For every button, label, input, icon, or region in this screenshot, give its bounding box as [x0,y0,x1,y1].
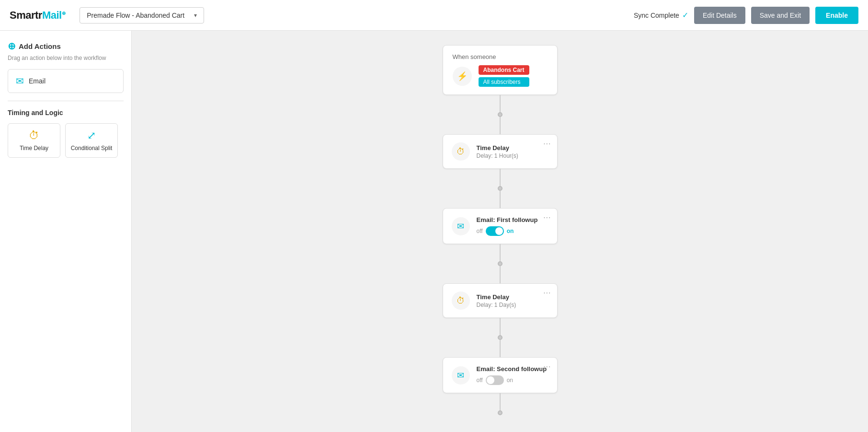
stopwatch-icon-1: ⏱ [457,147,465,157]
stopwatch-icon: ⏱ [29,129,39,142]
toggle-row-1: off on [477,226,538,236]
toggle-knob-2 [487,376,494,384]
logo: SmartrMail⊕ [10,9,65,22]
node-more-button-2[interactable]: ··· [543,213,551,222]
toggle-off-label-1: off [477,228,483,234]
lightning-icon: ⚡ [457,71,468,82]
connector-line-2 [500,169,501,186]
node-icon-wrap-2: ✉ [452,217,470,235]
email-label: Email [29,77,46,85]
email-node-2[interactable]: ··· ✉ Email: Second followup off on [443,357,558,393]
add-circle-icon: ⊕ [8,40,16,52]
mail-icon-1: ✉ [457,221,464,232]
email-node-title-2: Email: Second followup [477,365,547,373]
enable-button[interactable]: Enable [815,7,858,24]
header: SmartrMail⊕ Premade Flow - Abandoned Car… [0,0,868,31]
node-more-button-1[interactable]: ··· [543,140,551,148]
flow-selector[interactable]: Premade Flow - Abandoned Cart ▾ [80,7,204,23]
connector-line-3 [500,244,501,261]
time-delay-action-card[interactable]: ⏱ Time Delay [8,123,60,158]
add-actions-subtitle: Drag an action below into the workflow [8,55,124,61]
stopwatch-icon-2: ⏱ [457,296,465,306]
email-node-title-1: Email: First followup [477,216,538,223]
time-delay-subtitle-1: Delay: 1 Hour(s) [477,152,518,159]
toggle-on-label-2: on [507,377,513,384]
node-text-2: Time Delay Delay: 1 Day(s) [477,293,516,308]
email-action-card[interactable]: ✉ Email [8,69,124,93]
main-layout: ⊕ Add Actions Drag an action below into … [0,31,868,432]
connector-line-2b [500,191,501,208]
timing-logic-title: Timing and Logic [8,109,124,117]
trigger-icon-wrap: ⚡ [453,67,472,86]
connector-dot-2 [498,186,503,191]
connector-dot-5 [498,410,503,415]
toggle-row-2: off on [477,375,547,385]
mail-icon-2: ✉ [457,370,464,381]
node-body-2: ⏱ Time Delay Delay: 1 Day(s) [452,292,548,310]
time-delay-title-1: Time Delay [477,144,518,152]
workflow-column: When someone ⚡ Abandons Cart All subscri… [160,45,839,415]
all-subscribers-tag: All subscribers [479,77,529,87]
node-more-button-4[interactable]: ··· [543,362,551,371]
email-node-text-2: Email: Second followup off on [477,365,547,385]
sync-complete-label: Sync Complete [634,12,679,19]
abandons-cart-tag: Abandons Cart [479,65,529,75]
node-icon-wrap-4: ✉ [452,366,470,385]
save-exit-button[interactable]: Save and Exit [751,7,810,24]
timing-action-cards: ⏱ Time Delay ⤢ Conditional Split [8,123,124,158]
toggle-on-label-1: on [507,228,514,234]
email-node-text-1: Email: First followup off on [477,216,538,236]
time-delay-title-2: Time Delay [477,293,516,301]
split-icon: ⤢ [87,129,96,142]
add-actions-title: Add Actions [19,42,61,50]
connector-line-4b [500,340,501,357]
edit-details-button[interactable]: Edit Details [694,7,745,24]
connector-line-1 [500,95,501,112]
time-delay-node-2[interactable]: ··· ⏱ Time Delay Delay: 1 Day(s) [443,283,558,318]
canvas: When someone ⚡ Abandons Cart All subscri… [132,31,868,432]
connector-line-3b [500,266,501,283]
sync-complete-status: Sync Complete ✓ [634,11,688,20]
time-delay-label: Time Delay [20,145,48,152]
sidebar: ⊕ Add Actions Drag an action below into … [0,31,132,432]
check-icon: ✓ [682,11,688,20]
trigger-label: When someone [453,53,548,60]
section-divider [8,101,124,101]
trigger-tags: Abandons Cart All subscribers [479,65,529,87]
toggle-2[interactable] [486,375,504,385]
conditional-split-action-card[interactable]: ⤢ Conditional Split [65,123,118,158]
email-node-body-2: ✉ Email: Second followup off on [452,365,548,385]
connector-dot-4 [498,335,503,340]
time-delay-subtitle-2: Delay: 1 Day(s) [477,302,516,308]
toggle-1[interactable] [486,226,504,236]
time-delay-node-1[interactable]: ··· ⏱ Time Delay Delay: 1 Hour(s) [443,134,558,169]
header-right: Sync Complete ✓ Edit Details Save and Ex… [634,7,858,24]
flow-selector-text: Premade Flow - Abandoned Cart [87,12,184,19]
conditional-split-label: Conditional Split [71,145,113,152]
node-icon-wrap-3: ⏱ [452,292,470,310]
toggle-knob-1 [495,227,503,235]
node-icon-wrap-1: ⏱ [452,142,470,161]
trigger-node[interactable]: When someone ⚡ Abandons Cart All subscri… [443,45,558,95]
chevron-down-icon: ▾ [194,12,197,19]
trigger-body: ⚡ Abandons Cart All subscribers [453,65,548,87]
connector-dot-3 [498,261,503,266]
node-text-1: Time Delay Delay: 1 Hour(s) [477,144,518,159]
connector-line-5 [500,393,501,410]
email-node-body-1: ✉ Email: First followup off on [452,216,548,236]
mail-icon: ✉ [16,75,24,87]
toggle-off-label-2: off [477,377,483,384]
node-body-1: ⏱ Time Delay Delay: 1 Hour(s) [452,142,548,161]
connector-dot-1 [498,112,503,117]
node-more-button-3[interactable]: ··· [543,289,551,297]
add-actions-header: ⊕ Add Actions [8,40,124,52]
email-node-1[interactable]: ··· ✉ Email: First followup off on [443,208,558,244]
connector-line-1b [500,117,501,134]
connector-line-4 [500,318,501,335]
